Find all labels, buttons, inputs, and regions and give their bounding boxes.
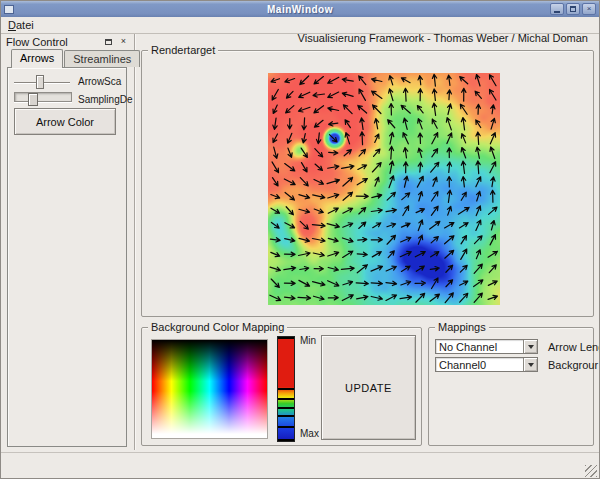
combo-dropdown-button[interactable] <box>523 358 537 371</box>
dock-header[interactable]: Flow Control × <box>3 35 131 48</box>
colorbar-max-label: Max <box>300 428 319 439</box>
tab-streamlines[interactable]: Streamlines <box>64 50 140 67</box>
colorbar-tick[interactable] <box>278 407 294 409</box>
arrow-scale-row: ArrowSca <box>8 74 126 90</box>
transfer-function-colorbar[interactable] <box>277 336 295 442</box>
flow-field-canvas[interactable] <box>268 73 500 305</box>
color-picker-square[interactable] <box>151 339 268 439</box>
minimize-icon <box>554 11 560 13</box>
colorbar-tick[interactable] <box>278 426 294 428</box>
colorbar-tick[interactable] <box>278 337 294 339</box>
colorbar-tick[interactable] <box>278 398 294 400</box>
main-window: MainWindow × Datei Flow Control × Arrows… <box>0 0 600 479</box>
combo-dropdown-button[interactable] <box>523 340 537 353</box>
arrow-length-channel-select[interactable]: No Channel <box>435 339 538 354</box>
mappings-group-title: Mappings <box>435 321 489 333</box>
colorbar-min-label: Min <box>300 335 316 346</box>
tab-arrows[interactable]: Arrows <box>11 49 63 68</box>
maximize-button[interactable] <box>566 3 580 15</box>
arrow-scale-slider-handle[interactable] <box>36 75 44 89</box>
credit-label: Visualisierung Framework - Thomas Weber … <box>298 32 588 44</box>
chevron-down-icon <box>528 345 534 349</box>
arrow-length-channel-value: No Channel <box>439 341 497 353</box>
background-label: Backgrour <box>548 359 598 371</box>
window-controls: × <box>550 3 596 15</box>
dock-tabbar: Arrows Streamlines <box>11 49 141 67</box>
rendertarget-group-title: Rendertarget <box>148 44 218 56</box>
arrow-color-button[interactable]: Arrow Color <box>14 108 116 135</box>
sampling-density-label: SamplingDe <box>78 94 132 105</box>
status-bar <box>1 452 599 479</box>
dock-title: Flow Control <box>6 36 68 48</box>
sampling-density-slider[interactable] <box>14 92 72 102</box>
colorbar-tick[interactable] <box>278 388 294 390</box>
background-channel-select[interactable]: Channel0 <box>435 357 538 372</box>
arrow-scale-label: ArrowSca <box>78 76 121 87</box>
close-icon: × <box>121 37 126 46</box>
colorbar-tick[interactable] <box>278 415 294 417</box>
menu-datei[interactable]: Datei <box>1 18 41 32</box>
dock-float-button[interactable] <box>103 36 114 47</box>
sampling-density-slider-handle[interactable] <box>28 93 38 106</box>
maximize-icon <box>570 6 576 12</box>
sampling-density-row: SamplingDe <box>8 89 126 105</box>
arrow-length-label: Arrow Lengt <box>548 341 600 353</box>
chevron-down-icon <box>528 363 534 367</box>
dock-buttons: × <box>103 35 129 48</box>
resize-grip[interactable] <box>585 465 597 477</box>
update-button[interactable]: UPDATE <box>321 335 416 440</box>
colorbar-tick[interactable] <box>278 439 294 441</box>
background-color-mapping-group: Background Color Mapping Min Max UPDATE <box>141 327 422 446</box>
background-color-mapping-title: Background Color Mapping <box>148 321 287 333</box>
titlebar[interactable]: MainWindow × <box>1 1 599 17</box>
close-button[interactable]: × <box>582 3 596 15</box>
dock-close-button[interactable]: × <box>118 36 129 47</box>
arrows-tab-panel: ArrowSca SamplingDe Arrow Color <box>7 67 127 447</box>
float-icon <box>105 39 112 45</box>
close-icon: × <box>587 5 592 13</box>
mappings-group: Mappings No Channel Arrow Lengt Channel0… <box>428 327 594 446</box>
window-title: MainWindow <box>1 4 599 15</box>
background-channel-value: Channel0 <box>439 359 486 371</box>
dock-splitter[interactable] <box>134 34 135 450</box>
dock-flow-control: Flow Control × Arrows Streamlines ArrowS… <box>3 35 133 449</box>
minimize-button[interactable] <box>550 3 564 15</box>
rendertarget-group: Rendertarget <box>141 50 594 317</box>
